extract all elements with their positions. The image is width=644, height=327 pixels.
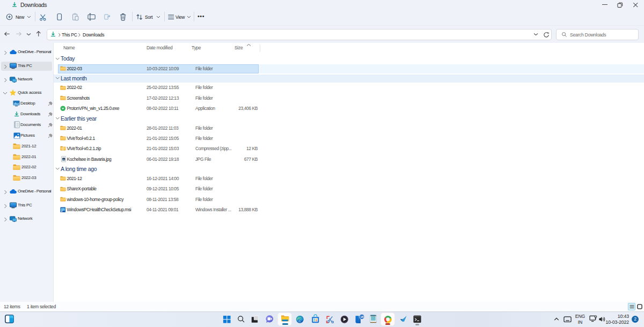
svg-text:18: 18 (360, 315, 363, 318)
